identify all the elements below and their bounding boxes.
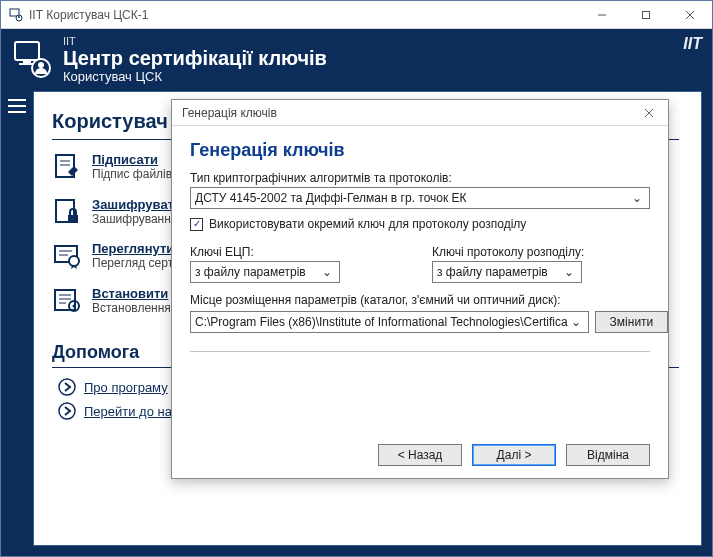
chevron-down-icon: ⌄: [319, 265, 335, 279]
banner-text: ІІТ Центр сертифікації ключів Користувач…: [63, 36, 327, 84]
logo-icon: [11, 38, 53, 83]
arrow-right-icon: [58, 402, 76, 420]
dialog-close-button[interactable]: [634, 102, 664, 124]
svg-rect-21: [55, 290, 75, 310]
svg-rect-4: [643, 11, 650, 18]
checkbox-label: Використовувати окремий ключ для протоко…: [209, 217, 526, 231]
dialog-titlebar: Генерація ключів: [172, 100, 668, 126]
path-value: C:\Program Files (x86)\Institute of Info…: [195, 315, 568, 329]
path-label: Місце розміщення параметрів (каталог, з'…: [190, 293, 650, 307]
path-select[interactable]: C:\Program Files (x86)\Institute of Info…: [190, 311, 589, 333]
dialog-buttons: < Назад Далі > Відміна: [172, 434, 668, 478]
app-window: ІІТ Користувач ЦСК-1 ІІТ Центр сертифіка…: [0, 0, 713, 557]
svg-rect-16: [68, 215, 78, 223]
banner: ІІТ Центр сертифікації ключів Користувач…: [1, 29, 712, 91]
certificate-icon: [52, 241, 82, 271]
menu-button[interactable]: [1, 91, 33, 556]
back-button[interactable]: < Назад: [378, 444, 462, 466]
ecp-keys-value: з файлу параметрів: [195, 265, 306, 279]
banner-title: Центр сертифікації ключів: [63, 47, 327, 70]
svg-point-26: [73, 304, 76, 307]
change-button[interactable]: Змінити: [595, 311, 669, 333]
algo-label: Тип криптографічних алгоритмів та проток…: [190, 171, 650, 185]
help-link-label: Про програму: [84, 380, 168, 395]
app-icon: [9, 8, 23, 22]
document-sign-icon: [52, 152, 82, 182]
next-button[interactable]: Далі >: [472, 444, 556, 466]
svg-point-27: [59, 379, 75, 395]
algo-select[interactable]: ДСТУ 4145-2002 та Диффі-Гелман в гр. точ…: [190, 187, 650, 209]
close-button[interactable]: [668, 1, 712, 29]
brand-label: IIT: [683, 35, 702, 53]
svg-point-28: [59, 403, 75, 419]
separate-key-checkbox[interactable]: ✓ Використовувати окремий ключ для прото…: [190, 217, 650, 231]
checkbox-box: ✓: [190, 218, 203, 231]
arrow-right-icon: [58, 378, 76, 396]
svg-point-20: [69, 256, 79, 266]
separator: [190, 351, 650, 352]
chevron-down-icon: ⌄: [568, 315, 584, 329]
dist-keys-label: Ключі протоколу розподілу:: [432, 245, 650, 259]
algo-value: ДСТУ 4145-2002 та Диффі-Гелман в гр. точ…: [195, 191, 467, 205]
dialog-title: Генерація ключів: [182, 106, 634, 120]
dialog-body: Генерація ключів Тип криптографічних алг…: [172, 126, 668, 434]
window-title: ІІТ Користувач ЦСК-1: [29, 8, 580, 22]
keygen-dialog: Генерація ключів Генерація ключів Тип кр…: [171, 99, 669, 479]
dist-keys-value: з файлу параметрів: [437, 265, 548, 279]
hamburger-icon: [8, 99, 26, 113]
minimize-button[interactable]: [580, 1, 624, 29]
ecp-keys-select[interactable]: з файлу параметрів ⌄: [190, 261, 340, 283]
close-icon: [644, 108, 654, 118]
svg-point-11: [38, 62, 44, 68]
banner-iit: ІІТ: [63, 36, 327, 47]
dist-keys-select[interactable]: з файлу параметрів ⌄: [432, 261, 582, 283]
titlebar: ІІТ Користувач ЦСК-1: [1, 1, 712, 29]
document-lock-icon: [52, 197, 82, 227]
ecp-keys-label: Ключі ЕЦП:: [190, 245, 408, 259]
cancel-button[interactable]: Відміна: [566, 444, 650, 466]
svg-point-2: [18, 16, 20, 18]
dialog-heading: Генерація ключів: [190, 140, 650, 161]
svg-rect-8: [23, 60, 31, 63]
settings-list-icon: [52, 286, 82, 316]
chevron-down-icon: ⌄: [629, 191, 645, 205]
maximize-button[interactable]: [624, 1, 668, 29]
banner-subtitle: Користувач ЦСК: [63, 70, 327, 84]
chevron-down-icon: ⌄: [561, 265, 577, 279]
svg-rect-7: [15, 42, 39, 60]
